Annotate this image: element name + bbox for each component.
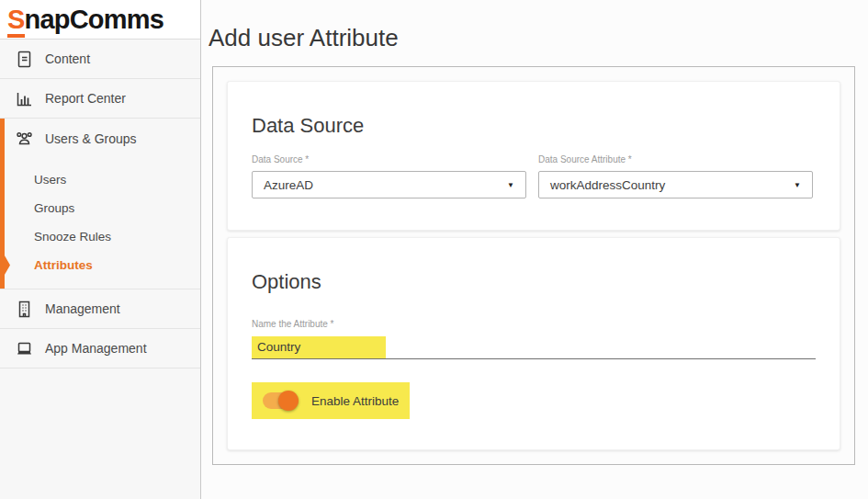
enable-attribute-row: Enable Attribute (252, 382, 410, 419)
data-source-attribute-selected-value: workAddressCountry (550, 178, 665, 192)
data-source-attribute-select[interactable]: workAddressCountry ▼ (538, 171, 813, 198)
users-groups-subnav: Users Groups Snooze Rules Attributes (0, 158, 200, 289)
sidebar-item-management[interactable]: Management (0, 289, 200, 329)
sidebar-item-attributes[interactable]: Attributes (0, 251, 200, 279)
attribute-name-input[interactable]: Country (252, 336, 816, 359)
page-title: Add user Attribute (209, 24, 868, 52)
app-window: SnapComms Content Report Center (0, 0, 868, 499)
logo-letter-s: S (7, 5, 25, 38)
data-source-field: Data Source * AzureAD ▼ (252, 154, 526, 198)
data-source-heading: Data Source (252, 114, 816, 138)
users-icon (15, 129, 34, 148)
active-arrow-icon (0, 255, 10, 275)
data-source-selected-value: AzureAD (264, 178, 313, 192)
chevron-down-icon: ▼ (507, 181, 514, 189)
logo-text: napComms (25, 5, 164, 34)
sidebar-item-report-center[interactable]: Report Center (0, 79, 200, 119)
sidebar-item-label: App Management (45, 341, 147, 356)
data-source-attribute-field: Data Source Attribute * workAddressCount… (538, 154, 813, 198)
attribute-name-value: Country (252, 336, 386, 358)
laptop-icon (15, 339, 34, 358)
sub-item-label: Groups (34, 201, 74, 215)
sidebar-item-label: Users & Groups (45, 131, 137, 146)
chevron-down-icon: ▼ (794, 181, 801, 189)
users-groups-section: Users & Groups Users Groups Snooze Rules… (0, 119, 200, 289)
data-source-panel: Data Source Data Source * AzureAD ▼ Data… (227, 81, 840, 231)
bar-chart-icon (15, 89, 34, 108)
sidebar: SnapComms Content Report Center (0, 0, 201, 499)
building-icon (15, 300, 34, 319)
sidebar-item-users-groups[interactable]: Users & Groups (0, 119, 200, 158)
main-content: Add user Attribute Data Source Data Sour… (201, 0, 868, 499)
data-source-attribute-label: Data Source Attribute * (538, 154, 813, 164)
sidebar-item-app-management[interactable]: App Management (0, 329, 200, 369)
sidebar-item-users[interactable]: Users (0, 165, 200, 194)
sidebar-item-snooze-rules[interactable]: Snooze Rules (0, 222, 200, 251)
sidebar-item-label: Management (45, 301, 120, 316)
sidebar-item-content[interactable]: Content (0, 40, 200, 79)
document-icon (15, 50, 34, 69)
form-container: Data Source Data Source * AzureAD ▼ Data… (212, 66, 855, 465)
attribute-name-label: Name the Attribute * (252, 319, 816, 329)
data-source-select[interactable]: AzureAD ▼ (252, 171, 526, 198)
sidebar-item-label: Content (45, 51, 90, 66)
data-source-label: Data Source * (252, 154, 526, 164)
sidebar-item-groups[interactable]: Groups (0, 194, 200, 222)
snapcomms-logo[interactable]: SnapComms (0, 0, 200, 40)
data-source-fields: Data Source * AzureAD ▼ Data Source Attr… (252, 154, 816, 198)
sub-item-label: Snooze Rules (34, 230, 111, 244)
enable-attribute-toggle[interactable] (263, 392, 296, 409)
toggle-knob (278, 391, 299, 411)
sub-item-label: Attributes (34, 258, 93, 272)
options-heading: Options (252, 270, 816, 294)
enable-attribute-label: Enable Attribute (311, 394, 399, 408)
options-panel: Options Name the Attribute * Country Ena… (227, 237, 840, 450)
sidebar-item-label: Report Center (45, 91, 126, 106)
sub-item-label: Users (34, 173, 66, 187)
